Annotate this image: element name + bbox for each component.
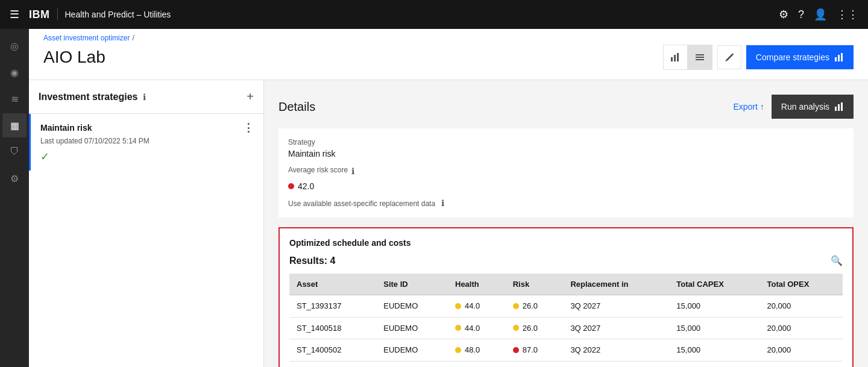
cell-health: 48.0 (448, 339, 506, 362)
panel-title: Investment strategies (39, 92, 138, 102)
avg-risk-info-icon[interactable]: ℹ (351, 166, 354, 176)
table-search-button[interactable]: 🔍 (831, 255, 843, 266)
cell-risk: 3.0 (506, 361, 564, 367)
cell-replacement: 3Q 2027 (563, 361, 669, 367)
add-strategy-button[interactable]: + (247, 90, 254, 104)
asset-data-label: Use available asset-specific replacement… (288, 199, 435, 208)
sidebar-item-table[interactable]: ▦ (2, 113, 27, 137)
cell-risk: 26.0 (506, 317, 564, 339)
sidebar-item-location[interactable]: ◉ (2, 60, 27, 84)
cell-asset: ST_1400518 (289, 317, 376, 339)
col-site-id: Site ID (376, 274, 448, 295)
hamburger-icon[interactable]: ☰ (10, 8, 19, 21)
strategy-meta: Last updated 07/10/2022 5:14 PM (40, 137, 254, 145)
run-analysis-label: Run analysis (781, 102, 829, 111)
strategy-label: Strategy (288, 138, 844, 146)
col-risk: Risk (506, 274, 564, 295)
table-row: ST_1393137 EUDEMO 44.0 26.0 3Q 2027 15,0… (289, 295, 843, 318)
cell-capex: 15,000 (669, 339, 760, 362)
cell-health: 44.0 (448, 361, 506, 367)
edit-button[interactable] (717, 45, 741, 69)
investment-strategies-panel: Investment strategies ℹ + Maintain risk … (29, 80, 264, 367)
cell-health: 44.0 (448, 317, 506, 339)
run-analysis-button[interactable]: Run analysis (772, 95, 854, 119)
page-header: Asset investment optimizer / AIO Lab (29, 29, 868, 80)
page-title-row: AIO Lab (43, 45, 854, 70)
compare-label: Compare strategies (756, 52, 829, 62)
svg-rect-9 (835, 107, 837, 111)
ibm-logo: IBM (29, 8, 50, 21)
export-upload-icon: ↑ (760, 102, 764, 111)
compare-strategies-button[interactable]: Compare strategies (746, 45, 854, 69)
export-label: Export (733, 102, 757, 111)
cell-replacement: 3Q 2027 (563, 295, 669, 318)
details-actions: Export ↑ Run analysis (733, 95, 854, 119)
optimized-schedule-box: Optimized schedule and costs Results: 4 … (278, 227, 854, 367)
cell-replacement: 3Q 2022 (563, 339, 669, 362)
table-row: ST_1400502 EUDEMO 48.0 87.0 3Q 2022 15,0… (289, 339, 843, 362)
sidebar-item-chart[interactable]: ≋ (2, 87, 27, 111)
brand-divider (57, 8, 58, 20)
chart-view-button[interactable] (664, 45, 688, 69)
svg-rect-3 (696, 54, 704, 55)
col-replacement: Replacement in (563, 274, 669, 295)
details-panel: Details Export ↑ Run analysis (264, 80, 868, 367)
top-navigation: ☰ IBM Health and Predict – Utilities ⚙ ?… (0, 0, 868, 29)
cell-site-id: EUDEMO (376, 361, 448, 367)
sidebar-item-settings[interactable]: ⚙ (2, 166, 27, 190)
svg-rect-10 (838, 104, 840, 111)
app-title: Health and Predict – Utilities (65, 10, 171, 19)
svg-rect-8 (841, 53, 843, 61)
details-title: Details (278, 100, 315, 114)
cell-replacement: 3Q 2027 (563, 317, 669, 339)
nav-left: ☰ IBM Health and Predict – Utilities (10, 8, 171, 21)
optimized-title: Optimized schedule and costs (289, 238, 843, 248)
svg-rect-7 (838, 55, 840, 61)
cell-asset: ST_1400517 (289, 361, 376, 367)
cell-site-id: EUDEMO (376, 295, 448, 318)
svg-rect-0 (671, 57, 673, 61)
strategy-status-icon: ✓ (40, 151, 49, 163)
svg-rect-1 (674, 55, 676, 61)
col-opex: Total OPEX (760, 274, 843, 295)
content-area: Investment strategies ℹ + Maintain risk … (29, 80, 868, 367)
cell-capex: 15,000 (669, 295, 760, 318)
settings-icon[interactable]: ⚙ (779, 8, 788, 21)
strategy-item[interactable]: Maintain risk ⋮ Last updated 07/10/2022 … (29, 114, 263, 171)
risk-dot (288, 183, 294, 189)
strategy-name-label: Maintain risk (40, 123, 92, 133)
results-table: Asset Site ID Health Risk Replacement in… (289, 274, 843, 367)
strategies-info-icon[interactable]: ℹ (143, 92, 146, 102)
svg-rect-2 (677, 53, 679, 61)
cell-risk: 87.0 (506, 339, 564, 362)
user-icon[interactable]: 👤 (814, 8, 827, 21)
cell-capex: 15,000 (669, 361, 760, 367)
list-view-button[interactable] (688, 45, 712, 69)
apps-icon[interactable]: ⋮⋮ (837, 8, 858, 21)
export-button[interactable]: Export ↑ (733, 102, 764, 111)
avg-risk-row: Average risk score ℹ (288, 166, 844, 177)
left-sidebar: ◎ ◉ ≋ ▦ ⛉ ⚙ (0, 29, 29, 367)
svg-rect-6 (835, 57, 837, 61)
cell-site-id: EUDEMO (376, 317, 448, 339)
page-title: AIO Lab (43, 48, 105, 67)
breadcrumb-separator: / (132, 34, 134, 42)
main-content: Asset investment optimizer / AIO Lab (29, 29, 868, 367)
svg-rect-4 (696, 57, 704, 58)
brand: IBM Health and Predict – Utilities (29, 8, 171, 21)
nav-right: ⚙ ? 👤 ⋮⋮ (779, 8, 858, 21)
asset-data-row: Use available asset-specific replacement… (288, 198, 844, 208)
strategy-menu-icon[interactable]: ⋮ (243, 121, 254, 134)
cell-opex: 20,000 (760, 317, 843, 339)
svg-rect-11 (841, 102, 843, 111)
col-health: Health (448, 274, 506, 295)
breadcrumb-link[interactable]: Asset investment optimizer (43, 34, 130, 42)
breadcrumb[interactable]: Asset investment optimizer / (43, 34, 854, 42)
sidebar-item-people[interactable]: ⛉ (2, 140, 27, 164)
cell-opex: 20,000 (760, 295, 843, 318)
sidebar-item-target[interactable]: ◎ (2, 34, 27, 58)
cell-asset: ST_1400502 (289, 339, 376, 362)
help-icon[interactable]: ? (798, 8, 804, 21)
risk-score-value: 42.0 (298, 181, 314, 191)
asset-data-info-icon[interactable]: ℹ (441, 198, 444, 208)
